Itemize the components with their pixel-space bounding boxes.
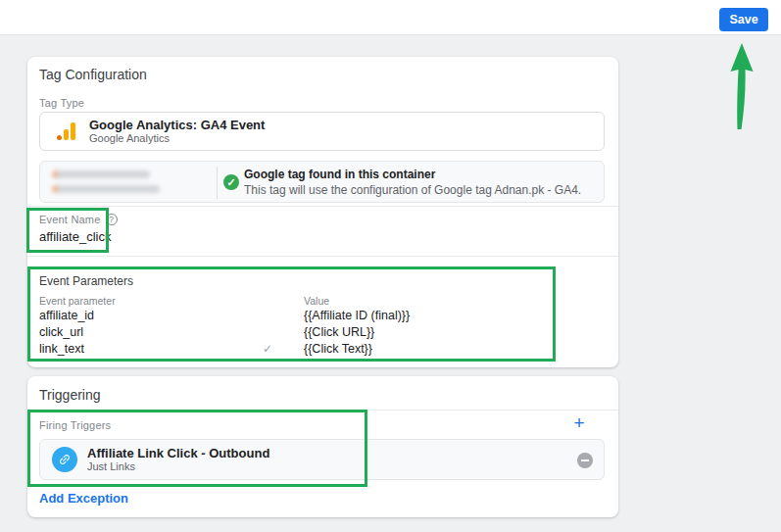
tag-configuration-card: Tag Configuration Tag Type Google Analyt… (27, 57, 618, 367)
divider (217, 167, 218, 199)
triggering-card: Triggering Firing Triggers + Affiliate L… (27, 376, 618, 517)
redacted-measurement-id-label (52, 170, 150, 178)
tag-type-name: Google Analytics: GA4 Event (89, 118, 265, 132)
annotation-box-event-parameters (27, 266, 556, 362)
gtm-tag-editor: Save Tag Configuration Tag Type Google A… (0, 0, 781, 532)
triggering-title: Triggering (39, 387, 101, 403)
google-tag-notice: ✓ Google tag found in this container Thi… (39, 161, 605, 203)
divider (27, 256, 618, 257)
save-button[interactable]: Save (719, 8, 768, 31)
remove-trigger-button[interactable] (577, 453, 593, 468)
google-tag-notice-description: This tag will use the configuration of G… (244, 183, 581, 197)
google-tag-notice-title: Google tag found in this container (244, 168, 435, 181)
tag-type-card[interactable]: Google Analytics: GA4 Event Google Analy… (39, 112, 605, 151)
check-circle-icon: ✓ (223, 174, 239, 190)
annotation-box-firing-triggers (27, 410, 367, 487)
add-exception-link[interactable]: Add Exception (39, 491, 128, 506)
redacted-measurement-id-value (52, 185, 160, 193)
top-action-bar: Save (0, 0, 781, 35)
add-trigger-button[interactable]: + (569, 413, 589, 433)
divider (27, 206, 618, 207)
tag-type-label: Tag Type (39, 97, 84, 109)
tag-configuration-title: Tag Configuration (39, 67, 147, 82)
annotation-box-event-name (26, 208, 109, 253)
tag-type-vendor: Google Analytics (89, 132, 265, 145)
google-analytics-icon (56, 122, 75, 140)
annotation-arrow (723, 39, 757, 132)
